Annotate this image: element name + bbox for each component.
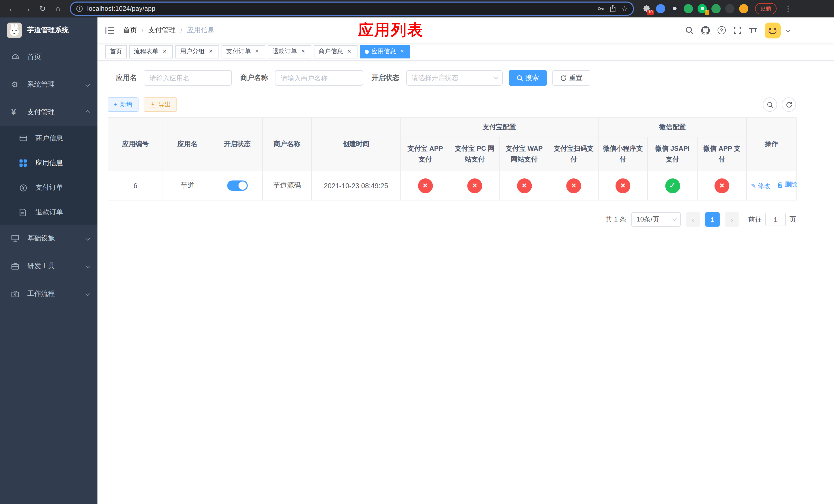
tag-app-info[interactable]: 应用信息 ×	[360, 45, 410, 58]
sidebar-item-payment[interactable]: ¥ 支付管理	[0, 98, 97, 126]
sidebar-item-workflow[interactable]: 工作流程	[0, 280, 97, 307]
sidebar-item-label: 系统管理	[27, 80, 55, 89]
top-navbar: 首页 / 支付管理 / 应用信息 应用列表 ?	[97, 18, 834, 43]
export-button[interactable]: 导出	[144, 97, 177, 112]
search-toggle-button[interactable]	[763, 97, 777, 112]
tag-refund-order[interactable]: 退款订单 ×	[268, 45, 311, 58]
extensions-icon[interactable]: 10	[642, 4, 652, 13]
pay-order-icon	[20, 184, 32, 191]
tab-close-icon[interactable]: ×	[398, 48, 406, 55]
app-logo: 芋道管理系统	[0, 18, 97, 43]
github-icon[interactable]	[701, 26, 710, 35]
breadcrumb-payment[interactable]: 支付管理	[148, 26, 176, 35]
sidebar-item-label: 首页	[27, 52, 41, 62]
reset-button[interactable]: 重置	[552, 70, 590, 86]
sidebar-item-infrastructure[interactable]: 基础设施	[0, 225, 97, 252]
breadcrumb-home[interactable]: 首页	[123, 26, 137, 35]
sidebar: 芋道管理系统 首页 ⚙ 系统管理 ¥	[0, 18, 97, 504]
extension-icon-5[interactable]	[711, 4, 721, 13]
wx-jsapi-status-icon: ✓	[665, 178, 680, 193]
tag-home[interactable]: 首页 ×	[105, 45, 127, 58]
alipay-pc-status-icon: ×	[467, 178, 482, 193]
share-icon[interactable]	[610, 5, 616, 12]
pencil-icon: ✎	[751, 183, 756, 190]
tab-close-icon[interactable]: ×	[207, 48, 214, 55]
sidebar-item-refund-order[interactable]: 退款订单	[0, 200, 97, 225]
avatar-caret-icon[interactable]	[786, 28, 790, 32]
tab-close-icon[interactable]: ×	[346, 48, 353, 55]
breadcrumb: 首页 / 支付管理 / 应用信息	[123, 26, 215, 35]
browser-window: ← → ↻ ⌂ localhost:1024/pay/app ☆	[0, 0, 834, 504]
col-group-alipay: 支付宝配置	[400, 118, 598, 137]
alipay-app-status-icon: ×	[418, 178, 433, 193]
app-name-input[interactable]	[144, 70, 232, 86]
browser-update-button[interactable]: 更新	[755, 3, 776, 14]
extension-icon-6[interactable]	[725, 4, 734, 13]
edit-button[interactable]: ✎ 修改	[751, 182, 770, 191]
bookmark-star-icon[interactable]: ☆	[621, 4, 628, 13]
alipay-wap-status-icon: ×	[517, 178, 532, 193]
sidebar-item-home[interactable]: 首页	[0, 43, 97, 71]
sidebar-item-pay-order[interactable]: 支付订单	[0, 175, 97, 200]
cell-app-id: 6	[108, 171, 163, 200]
extension-icon-1[interactable]	[656, 4, 665, 13]
page-content: 应用名 商户名称 开启状态 请选择开启状态	[97, 61, 834, 504]
breadcrumb-current: 应用信息	[187, 26, 215, 35]
tag-merchant-info[interactable]: 商户信息 ×	[314, 45, 357, 58]
merchant-name-input[interactable]	[275, 70, 363, 86]
back-button[interactable]: ←	[5, 2, 19, 15]
password-key-icon[interactable]	[597, 5, 605, 12]
forward-button[interactable]: →	[21, 2, 34, 15]
browser-menu-icon[interactable]: ⋮	[781, 4, 795, 13]
address-bar[interactable]: localhost:1024/pay/app ☆	[71, 2, 633, 15]
reload-button[interactable]: ↻	[36, 2, 49, 15]
next-page-button[interactable]: ›	[725, 212, 739, 227]
tag-pay-order[interactable]: 支付订单 ×	[222, 45, 265, 58]
chevron-down-icon	[86, 236, 90, 241]
goto-page-input[interactable]	[765, 213, 786, 226]
avatar[interactable]	[765, 22, 781, 38]
extension-icon-2[interactable]	[670, 4, 679, 13]
extension-icon-7[interactable]	[739, 4, 748, 13]
goto-label: 前往	[748, 215, 762, 224]
alipay-qr-status-icon: ×	[566, 178, 581, 193]
status-toggle[interactable]	[227, 181, 247, 191]
page-size-select[interactable]: 10条/页	[631, 212, 681, 227]
site-info-icon[interactable]	[76, 5, 83, 12]
filter-bar: 应用名 商户名称 开启状态 请选择开启状态	[116, 70, 824, 86]
sidebar-item-merchant-info[interactable]: 商户信息	[0, 126, 97, 151]
font-size-icon[interactable]: TT	[749, 26, 757, 34]
status-select[interactable]: 请选择开启状态	[406, 70, 502, 86]
navbar-actions: ? TT	[685, 22, 826, 38]
help-icon[interactable]: ?	[717, 26, 725, 35]
add-button[interactable]: + 新增	[108, 97, 138, 112]
sidebar-item-devtools[interactable]: 研发工具	[0, 252, 97, 280]
col-alipay-wap: 支付宝 WAP 网站支付	[499, 137, 549, 171]
tag-process-form[interactable]: 流程表单 ×	[129, 45, 173, 58]
fullscreen-icon[interactable]	[733, 26, 741, 35]
monitor-icon	[11, 235, 24, 242]
page-title: 应用列表	[358, 20, 424, 41]
col-alipay-app: 支付宝 APP 支付	[400, 137, 450, 171]
delete-button[interactable]: 删除	[777, 181, 797, 189]
extension-icon-3[interactable]	[684, 4, 693, 13]
home-button[interactable]: ⌂	[51, 2, 65, 15]
col-app-name: 应用名	[163, 118, 212, 171]
chevron-down-icon	[494, 75, 498, 79]
prev-page-button[interactable]: ‹	[686, 212, 700, 227]
chevron-down-icon	[86, 83, 90, 87]
sidebar-item-system[interactable]: ⚙ 系统管理	[0, 71, 97, 98]
refresh-button[interactable]	[782, 97, 796, 112]
tab-close-icon[interactable]: ×	[254, 48, 261, 55]
tab-close-icon[interactable]: ×	[161, 48, 168, 55]
extension-icon-4[interactable]: 1	[698, 4, 707, 13]
tag-user-group[interactable]: 用户分组 ×	[175, 45, 219, 58]
sidebar-item-label: 退款订单	[36, 208, 63, 217]
sidebar-item-app-info[interactable]: 应用信息	[0, 151, 97, 175]
page-number-button[interactable]: 1	[705, 212, 720, 227]
col-merchant: 商户名称	[262, 118, 312, 171]
search-button[interactable]: 搜索	[508, 70, 547, 86]
sidebar-toggle-button[interactable]	[105, 26, 114, 34]
tab-close-icon[interactable]: ×	[300, 48, 307, 55]
search-icon[interactable]	[685, 26, 693, 35]
